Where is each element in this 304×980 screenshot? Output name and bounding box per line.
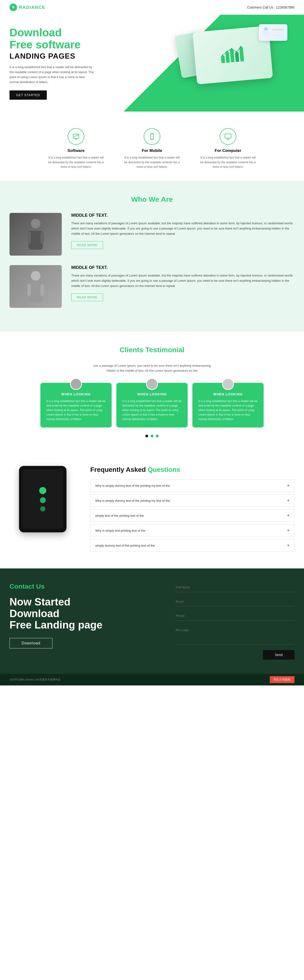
- send-button[interactable]: Send: [263, 650, 294, 660]
- header-contact: Cutomers Call Us : 1234567890: [247, 5, 294, 9]
- software-icon: [72, 133, 80, 140]
- svg-rect-4: [239, 47, 244, 62]
- who-text-1: MIDDLE OF TEXT. There are many variation…: [71, 213, 294, 249]
- who-image-1: [10, 213, 62, 256]
- contact-left: Contact Us Now Started Download Free Lan…: [10, 583, 157, 648]
- faq-question-2: Why is simply dummy text of the printing…: [95, 499, 170, 503]
- hero-description: It is a long established fact that a rea…: [10, 65, 95, 84]
- who-title: Who We Are: [10, 195, 294, 204]
- testimonial-card-3: WHEN LOOKING It is a long established fa…: [193, 383, 264, 428]
- svg-rect-30: [40, 232, 44, 244]
- dot-1[interactable]: [145, 434, 148, 438]
- hero-image: [176, 19, 294, 100]
- footer-red-button[interactable]: 和红介绍版权: [270, 676, 294, 683]
- testimonial-text-1: It is a long established fact that a rea…: [46, 399, 106, 422]
- logo: R RADIANCE: [10, 3, 45, 11]
- feature-software-title: Software: [67, 148, 84, 153]
- testimonial-card-1: WHEN LOOKING It is a long established fa…: [40, 383, 111, 428]
- faq-question-3: simply text of the printing text of the: [95, 514, 144, 517]
- footer-text: 访问平台BBs.xieniao.com买更多不使用作品: [10, 678, 60, 681]
- faq-plus-3: +: [287, 513, 290, 518]
- software-icon-circle: [68, 128, 84, 145]
- testimonial-text-3: It is a long established fact that a rea…: [198, 399, 258, 422]
- faq-section: Frequently Asked Questions Why is simply…: [0, 452, 304, 568]
- testimonial-text-2: It is a long established fact that a rea…: [122, 399, 182, 422]
- faq-plus-2: +: [287, 498, 290, 503]
- testimonial-avatar-3: [222, 378, 234, 390]
- svg-rect-3: [235, 52, 239, 62]
- feature-computer-desc: It is a long established fact that a rea…: [199, 156, 256, 169]
- testimonial-title-1: WHEN LOOKING: [46, 392, 106, 396]
- feature-computer: For Computer It is a long established fa…: [199, 128, 256, 169]
- faq-dot-3: [40, 506, 45, 511]
- faq-question-4: Why is simply text printing text of the: [95, 529, 145, 532]
- faq-dot-1: [39, 487, 46, 494]
- contact-title: Contact Us: [10, 583, 157, 590]
- testimonial-title-3: WHEN LOOKING: [198, 392, 258, 396]
- phone-input[interactable]: [176, 611, 294, 620]
- testimonial-avatar-2: [146, 378, 158, 390]
- hero-section: Download Free software LANDING PAGES It …: [0, 15, 304, 111]
- who-desc-1: There are many variations of passages of…: [71, 221, 294, 236]
- faq-item-4[interactable]: Why is simply text printing text of the …: [90, 524, 294, 537]
- hero-card: [259, 24, 287, 41]
- faq-item-3[interactable]: simply text of the printing text of the …: [90, 509, 294, 522]
- logo-icon: R: [10, 3, 17, 11]
- contact-form: Send: [176, 583, 294, 660]
- who-subtitle-2: MIDDLE OF TEXT.: [71, 265, 294, 270]
- faq-plus-4: +: [287, 528, 290, 533]
- faq-dot-2: [40, 497, 46, 503]
- who-row-2: MIDDLE OF TEXT. There are many variation…: [10, 265, 294, 308]
- faq-item-5[interactable]: simply dummy text of the printing text o…: [90, 539, 294, 552]
- who-desc-2: There are many variations of passages of…: [71, 273, 294, 289]
- feature-computer-title: For Computer: [215, 148, 241, 153]
- svg-point-31: [31, 271, 40, 280]
- faq-plus-5: +: [287, 543, 290, 548]
- testimonial-cards: WHEN LOOKING It is a long established fa…: [10, 383, 294, 428]
- svg-rect-34: [40, 284, 44, 296]
- dot-3[interactable]: [156, 434, 159, 438]
- svg-rect-24: [225, 134, 231, 138]
- email-input[interactable]: [176, 597, 294, 606]
- full-name-input[interactable]: [176, 583, 294, 592]
- faq-phone-screen: [22, 469, 63, 529]
- header: R RADIANCE Cutomers Call Us : 1234567890: [0, 0, 304, 15]
- faq-question-1: Why is simply dummy text of the printing…: [95, 484, 170, 487]
- testimonial-avatar-1: [70, 378, 82, 390]
- hero-subtitle: LANDING PAGES: [10, 52, 95, 60]
- faq-question-5: simply dummy text of the printing text o…: [95, 544, 155, 547]
- faq-item-1[interactable]: Why is simply dummy text of the printing…: [90, 479, 294, 492]
- svg-rect-12: [272, 29, 284, 30]
- computer-icon-circle: [220, 128, 236, 145]
- feature-software-desc: It is a long established fact that a rea…: [48, 156, 105, 169]
- who-section: Who We Are MIDDLE OF TEXT. There are man…: [0, 181, 304, 332]
- testimonial-card-2: WHEN LOOKING It is a long established fa…: [116, 383, 188, 428]
- svg-point-27: [31, 219, 40, 228]
- read-more-button-2[interactable]: READ MORE: [71, 293, 103, 301]
- testimonial-title-2: WHEN LOOKING: [122, 392, 182, 396]
- read-more-button-1[interactable]: READ MORE: [71, 241, 103, 249]
- contact-big-title: Now Started Download Free Landing page: [10, 596, 157, 631]
- svg-rect-0: [221, 56, 225, 63]
- message-input[interactable]: [176, 625, 294, 644]
- get-started-button[interactable]: GET STARTED: [10, 91, 47, 100]
- footer-bar: 访问平台BBs.xieniao.com买更多不使用作品 和红介绍版权: [0, 674, 304, 686]
- faq-item-2[interactable]: Why is simply dummy text of the printing…: [90, 495, 294, 507]
- dot-2[interactable]: [151, 434, 153, 438]
- logo-text: RADIANCE: [19, 5, 45, 10]
- who-image-2: [10, 265, 62, 308]
- svg-point-11: [264, 27, 268, 31]
- download-button[interactable]: Download: [10, 638, 53, 648]
- who-row-1: MIDDLE OF TEXT. There are many variation…: [10, 213, 294, 256]
- svg-rect-13: [272, 32, 280, 33]
- who-text-2: MIDDLE OF TEXT. There are many variation…: [71, 265, 294, 301]
- svg-rect-2: [230, 49, 235, 62]
- who-subtitle-1: MIDDLE OF TEXT.: [71, 213, 294, 218]
- svg-point-22: [152, 138, 153, 139]
- contact-section: Contact Us Now Started Download Free Lan…: [0, 568, 304, 674]
- svg-rect-29: [27, 232, 31, 244]
- feature-mobile: For Mobile It is a long established fact…: [124, 128, 180, 169]
- svg-rect-33: [27, 284, 31, 296]
- features-section: Software It is a long established fact t…: [0, 111, 304, 181]
- faq-plus-1: +: [287, 483, 290, 488]
